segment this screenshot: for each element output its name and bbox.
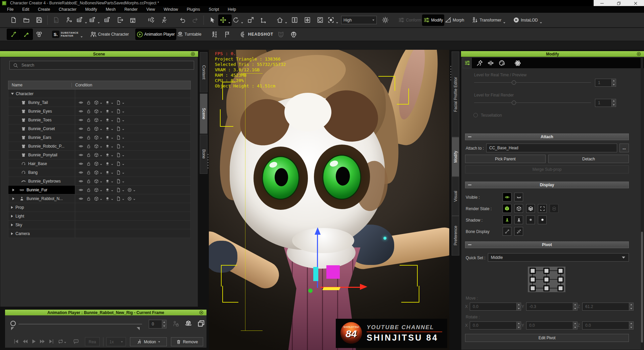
cube-icon[interactable] — [94, 170, 99, 175]
row-name-cell[interactable]: Sky — [8, 221, 75, 229]
tab-material-palette[interactable] — [499, 60, 505, 66]
tree-row-bunny-tail[interactable]: Bunny_Tail — [8, 98, 191, 107]
eye-icon[interactable] — [79, 170, 83, 175]
expand-arrow[interactable] — [11, 215, 13, 218]
tree-row-bunnie-rabbot-n-[interactable]: Bunnie_Rabbot_N... — [8, 194, 191, 203]
tree-row-bunnie-fur[interactable]: Bunnie_Fur — [8, 186, 191, 194]
level-render-slider[interactable] — [474, 103, 591, 103]
expand-arrow[interactable] — [12, 189, 14, 191]
export-button[interactable] — [113, 15, 126, 26]
render-wireframe-button[interactable] — [526, 204, 535, 213]
tree-row-character[interactable]: Character — [8, 89, 191, 98]
cube-icon[interactable] — [94, 144, 99, 149]
eye-icon[interactable] — [79, 179, 83, 184]
lock-icon[interactable] — [86, 118, 91, 122]
range-start-marker[interactable] — [11, 327, 14, 330]
menu-create[interactable]: Create — [34, 6, 54, 12]
tree-row-bunnie-ears[interactable]: Bunnie_Ears — [8, 133, 191, 142]
lock-person-icon[interactable] — [172, 320, 179, 327]
page-icon[interactable] — [116, 126, 121, 131]
realtime-button[interactable]: Rea — [85, 337, 100, 346]
headshot-button[interactable]: HEADSHOT — [239, 29, 274, 40]
eye-icon[interactable] — [79, 126, 83, 131]
axis-spinner[interactable] — [516, 321, 521, 329]
physics-icon[interactable] — [127, 196, 132, 201]
menu-modify[interactable]: Modify — [81, 6, 101, 12]
page-icon[interactable] — [116, 153, 121, 157]
gizmo-axis-z-handle[interactable] — [308, 288, 313, 293]
character-merge-button[interactable] — [145, 15, 157, 26]
menu-character[interactable]: Character — [54, 6, 81, 12]
orbit-camera-button[interactable] — [314, 15, 326, 26]
cube-icon[interactable] — [94, 135, 99, 140]
scrollbar-thumb[interactable] — [641, 232, 643, 343]
eye-icon[interactable] — [79, 153, 83, 157]
page-icon[interactable] — [116, 118, 121, 122]
lock-icon[interactable] — [86, 196, 91, 201]
lock-icon[interactable] — [86, 188, 91, 192]
caption-button[interactable] — [72, 337, 80, 345]
pack-project-button[interactable] — [126, 15, 139, 26]
fit-all-button[interactable] — [301, 15, 314, 26]
page-icon[interactable] — [116, 100, 121, 105]
create-character-button[interactable]: Create Character — [89, 29, 130, 40]
tree-row-bunnie-eyes[interactable]: Bunnie_Eyes — [8, 107, 191, 116]
restore-button[interactable] — [610, 0, 627, 7]
tree-row-prop[interactable]: Prop — [8, 203, 191, 212]
scene-close-icon[interactable] — [191, 52, 195, 56]
move-y-input[interactable]: -0.3 — [526, 303, 573, 311]
rotate-x-input[interactable]: 0.0 — [470, 321, 517, 329]
open-project-button[interactable] — [20, 15, 33, 26]
tessellation-radio[interactable] — [473, 113, 478, 117]
lock-icon[interactable] — [86, 170, 91, 175]
lock-icon[interactable] — [86, 126, 91, 131]
lock-icon[interactable] — [86, 161, 91, 166]
row-name-cell[interactable]: Light — [8, 212, 75, 220]
turntable-button[interactable]: Turntable — [176, 29, 202, 40]
pivot-section-header[interactable]: Pivot — [465, 241, 629, 248]
eye-icon[interactable] — [79, 188, 83, 192]
menu-mesh[interactable]: Mesh — [101, 6, 120, 12]
sphere-icon[interactable] — [105, 170, 110, 175]
page-icon[interactable] — [116, 179, 121, 184]
save-project-button[interactable] — [33, 15, 45, 26]
edit-pivot-button[interactable]: Edit Pivot — [465, 334, 629, 342]
gizmo-plane-yellow[interactable] — [322, 287, 340, 290]
menu-window[interactable]: Window — [159, 6, 183, 12]
tree-row-hair-base[interactable]: Hair_Base — [8, 159, 191, 168]
expand-arrow[interactable] — [11, 232, 13, 235]
sphere-icon[interactable] — [105, 153, 110, 157]
lock-icon[interactable] — [86, 153, 91, 157]
animation-player-close-icon[interactable] — [199, 310, 203, 315]
level-render-knob[interactable] — [512, 101, 516, 105]
cube-icon[interactable] — [94, 100, 99, 105]
pivot-grid-widget[interactable] — [528, 267, 565, 292]
tab-content[interactable]: Content — [200, 52, 208, 92]
frame-spinner[interactable] — [162, 320, 167, 328]
import-ic-button[interactable]: IC — [50, 15, 62, 26]
cube-icon[interactable] — [94, 161, 99, 166]
tab-squeeze[interactable] — [488, 60, 494, 66]
transformer-button[interactable]: Transformer — [471, 15, 506, 26]
eye-icon[interactable] — [79, 109, 83, 114]
row-name-cell[interactable]: Bunnie_Ears — [8, 133, 75, 142]
tab-physics[interactable] — [514, 60, 521, 67]
attach-to-input[interactable]: CC_Base_Head — [486, 144, 617, 152]
gizmo-display-button[interactable] — [33, 29, 45, 40]
flag-button[interactable] — [221, 29, 234, 40]
eye-icon[interactable] — [79, 118, 83, 122]
column-name[interactable]: Name — [8, 83, 72, 87]
tab-scene[interactable]: Scene — [200, 93, 208, 134]
gizmo-arrow-x[interactable] — [360, 284, 367, 290]
eye-icon[interactable] — [79, 100, 83, 105]
visible-off-button[interactable] — [514, 193, 523, 201]
row-name-cell[interactable]: Bunnie_Toes — [8, 116, 75, 124]
tab-preference[interactable]: Preference — [452, 216, 459, 256]
page-icon[interactable] — [116, 170, 121, 175]
shadow-cast-button[interactable] — [514, 216, 523, 224]
bone-show-button[interactable] — [503, 227, 511, 236]
close-button[interactable] — [627, 0, 644, 7]
sphere-icon[interactable] — [105, 144, 110, 149]
tab-facial-profile-editor[interactable]: Facial Profile Editor — [452, 51, 459, 137]
page-icon[interactable] — [116, 144, 121, 149]
